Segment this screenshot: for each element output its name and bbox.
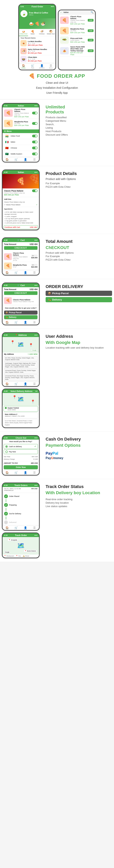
toggle-margherita[interactable] bbox=[32, 122, 37, 125]
cat-name-mideast: Middle Eastern bbox=[11, 153, 32, 155]
food-item-spicy[interactable]: 🍜 Spicy Sichuan Noodles ▲ 1 ≡ 10 $9 USD … bbox=[19, 47, 55, 55]
list-item-pasta[interactable]: 🍝 Sauce Pasta With Short Ribs and Turkey… bbox=[59, 45, 95, 57]
order-delivery-buttons: 📦 Pickup Parcel 🛵 Delivery bbox=[46, 291, 112, 302]
track-feature-list: Real-time order tracking Delivery boy lo… bbox=[46, 498, 112, 508]
od-nav-cart-icon: 🛒 bbox=[12, 321, 20, 324]
list-item-margherita[interactable]: 🍕 Margherita Pizza 341 Roll $39 USD per … bbox=[59, 26, 95, 35]
od-nav-account[interactable]: 👤 bbox=[21, 320, 30, 324]
nav-home[interactable]: 🏠 Home bbox=[19, 63, 28, 70]
cart-nav-home[interactable]: 🏠 bbox=[2, 270, 11, 275]
toggle-mideast[interactable] bbox=[32, 153, 37, 155]
co-nav-more[interactable]: ☰ bbox=[30, 470, 39, 475]
toggle-pizza1[interactable] bbox=[32, 112, 37, 114]
nav-account[interactable]: 👤 Account bbox=[37, 63, 46, 70]
cat-italian[interactable]: 🍕 Italian bbox=[28, 29, 37, 36]
step-delivered-label: Delivered bbox=[9, 521, 17, 523]
track-nav-account[interactable]: 👤 bbox=[21, 525, 30, 530]
track-legend: 📍 Restaurant 📍 You 🛵 Driver bbox=[2, 554, 39, 558]
cart-nav-cart[interactable]: 🛒 bbox=[11, 270, 21, 275]
add-btn-pizza1[interactable]: Add bbox=[88, 19, 93, 22]
od-nav-cart[interactable]: 🛒 bbox=[11, 320, 21, 324]
order-now-btn[interactable]: Order Now bbox=[4, 465, 38, 469]
checkout-btn[interactable]: CHECKOUT bbox=[4, 246, 37, 250]
addr-nav-more[interactable]: ☰ bbox=[30, 381, 39, 386]
track-legend-item1: 📍 Restaurant bbox=[4, 555, 14, 557]
add-btn-pasta[interactable]: Add bbox=[88, 50, 93, 52]
cart-title-bar: 🛒 Cart bbox=[17, 239, 25, 242]
search-icon[interactable]: 🔍 bbox=[91, 11, 93, 14]
list-item-pizza1[interactable]: 🍕 Classic Pizza Italiane Classic Pizza I… bbox=[59, 15, 95, 26]
co-nav-account[interactable]: 👤 bbox=[21, 470, 30, 475]
track-nav-cart[interactable]: 🛒 bbox=[11, 525, 21, 530]
track-nav-home[interactable]: 🏠 bbox=[2, 525, 11, 530]
step-placed-icon: ✔ bbox=[4, 494, 8, 498]
ul-nav-more[interactable]: ☰ bbox=[30, 157, 39, 162]
food-item-noodles[interactable]: 🍝 La Mein Noodles ▲ 1 ≡ 10 $26 USD per P… bbox=[19, 39, 55, 47]
cart-price-marg: $22.000 bbox=[31, 266, 37, 268]
addr-nav-home[interactable]: 🏠 bbox=[2, 381, 11, 386]
user-address-title: User Address bbox=[46, 334, 112, 339]
cat-chinese[interactable]: 🍜 Chinese bbox=[37, 29, 46, 36]
cart-nav-account[interactable]: 👤 bbox=[21, 270, 30, 275]
seladdr-card1[interactable]: Gujrat 712412 Morbi GMDC bbox=[3, 406, 38, 412]
seladdr-card3[interactable]: G-21 Park Street, Unnamed Road, in Hard … bbox=[3, 419, 38, 427]
checkout-title: Cash On Delivery bbox=[46, 437, 112, 442]
map-placeholder: 🗺️ 📍 📍 Google bbox=[2, 337, 39, 352]
pickup-btn[interactable]: 📦 Pickup Parcel bbox=[4, 311, 37, 315]
pd-toggle[interactable] bbox=[32, 189, 37, 192]
list-item-kale[interactable]: 🥗 Pizza and Kale Lorem ipsum $39 USD per… bbox=[59, 35, 95, 45]
ul-name1: Classic Pizza Italiane bbox=[14, 108, 31, 112]
track-legend-item2: 📍 You bbox=[16, 555, 21, 557]
delivery-btn[interactable]: 🛵 Delivery bbox=[4, 315, 37, 319]
product-phone-col: 4:42 Italian ●●● 🍕 Classic Pizza Italian… bbox=[2, 169, 42, 230]
phone-home: 4:41 Food Order ●●● 🍃 Free Meal & Coffee… bbox=[18, 4, 56, 70]
addr-nav-cart[interactable]: 🛒 bbox=[11, 381, 21, 386]
cart-nav-more-icon: ☰ bbox=[30, 271, 39, 274]
pickup-icon: 📦 bbox=[6, 311, 8, 314]
add-new-btn[interactable]: + ADD NEW bbox=[28, 353, 37, 355]
payment-paynow[interactable]: Pay Now bbox=[4, 450, 38, 454]
add-btn-margherita[interactable]: Add bbox=[88, 29, 93, 32]
toggle-italian[interactable] bbox=[32, 141, 37, 143]
seladdr-card2[interactable]: New Address 2 Address 2, Street 2, Pin 1… bbox=[3, 412, 38, 418]
continue-cart-btn[interactable]: Continue with Cart USD 184 bbox=[4, 225, 38, 229]
co-nav-home[interactable]: 🏠 bbox=[2, 470, 11, 475]
track-nav-more[interactable]: ☰ bbox=[30, 525, 39, 530]
menu-cat-mideast[interactable]: 🇸🇦 Middle Eastern bbox=[2, 151, 39, 157]
co-subtotal-label: Sub Total bbox=[4, 456, 10, 458]
payment-cod[interactable]: Cash on delivery ✔ bbox=[4, 444, 38, 449]
co-nav-cart[interactable]: 🛒 bbox=[11, 470, 21, 475]
nav-more[interactable]: ☰ More bbox=[46, 63, 55, 70]
ul-nav-home[interactable]: 🏠 bbox=[2, 157, 11, 162]
toggle-indian[interactable] bbox=[32, 135, 37, 137]
addr-nav-account[interactable]: 👤 bbox=[21, 381, 30, 386]
ul-nav-cart[interactable]: 🛒 bbox=[11, 157, 21, 162]
logo-tagline: Menu bbox=[29, 14, 48, 16]
nav-cart[interactable]: 🛒 Cart bbox=[28, 63, 37, 70]
ul-item1[interactable]: 🍕 Classic Pizza Italiane Classic Pizza I… bbox=[2, 107, 39, 119]
ul-nav-account[interactable]: 👤 bbox=[21, 157, 30, 162]
menu-cat-italian[interactable]: 🇮🇹 Italian bbox=[2, 139, 39, 145]
od-nav-home[interactable]: 🏠 bbox=[2, 320, 11, 324]
track-step-preparing: ✔ Preparing bbox=[2, 502, 39, 508]
co-status-bar: 4:43 Check Out ●●● bbox=[2, 436, 39, 440]
menu-cat-chinese[interactable]: 🇨🇳 Chinese bbox=[2, 145, 39, 151]
cart-item-marg[interactable]: 🍕 Margherita Pizza 8 Oz 2× $22.000 bbox=[2, 262, 39, 270]
cart-nav-more[interactable]: ☰ bbox=[30, 270, 39, 275]
ul-item2[interactable]: 🍕 Margherita Pizza 341 Roll $39 USD per … bbox=[2, 119, 39, 128]
cart-weight-marg: 8 Oz bbox=[13, 266, 30, 268]
od-nav-more[interactable]: ☰ bbox=[30, 320, 39, 324]
back-arrow-icon[interactable]: ← bbox=[60, 11, 62, 14]
cart-item-pizza[interactable]: 🍕 Classic Pizza Italiane Classic Pizza I… bbox=[2, 251, 39, 262]
cat-mideast[interactable]: 🥙 Middle East bbox=[46, 29, 55, 36]
cat-name-indian: Indian Food bbox=[11, 135, 32, 137]
od-checkout-btn[interactable]: CHECKOUT bbox=[4, 291, 37, 295]
menu-cat-indian[interactable]: 🇮🇳 Indian Food bbox=[2, 133, 39, 139]
od-item[interactable]: 🍕 Classic Pizza Italiane Classic Pizza I… bbox=[2, 297, 39, 305]
list-name-pizza1: Classic Pizza Italiane bbox=[70, 16, 86, 20]
seladdr-info1: Gujrat 712412 Morbi GMDC bbox=[7, 407, 19, 411]
toggle-chinese[interactable] bbox=[32, 147, 37, 149]
cat-indian[interactable]: 🍛 Indian food bbox=[19, 29, 28, 36]
food-item-chow[interactable]: 🍲 Chow Mein ▲ 1 ≡ 10 $9 USD per Plate bbox=[19, 55, 55, 63]
add-btn-kale[interactable]: Add bbox=[88, 39, 93, 41]
